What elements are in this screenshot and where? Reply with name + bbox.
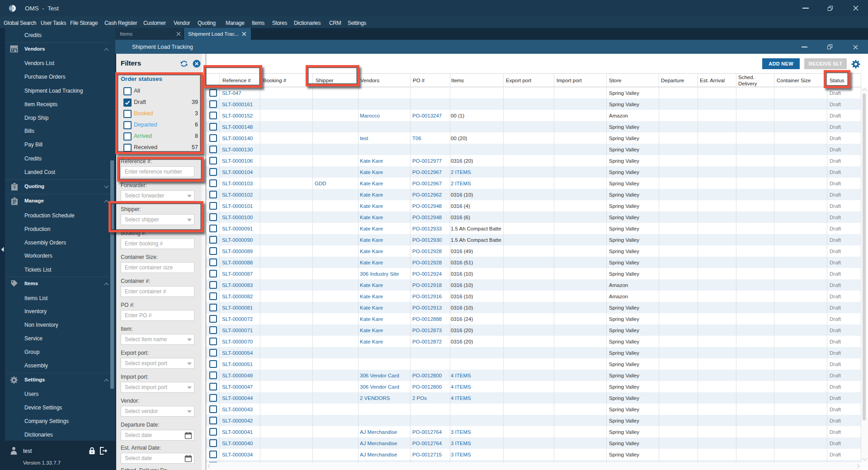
svg-text:?: ? — [13, 185, 16, 190]
